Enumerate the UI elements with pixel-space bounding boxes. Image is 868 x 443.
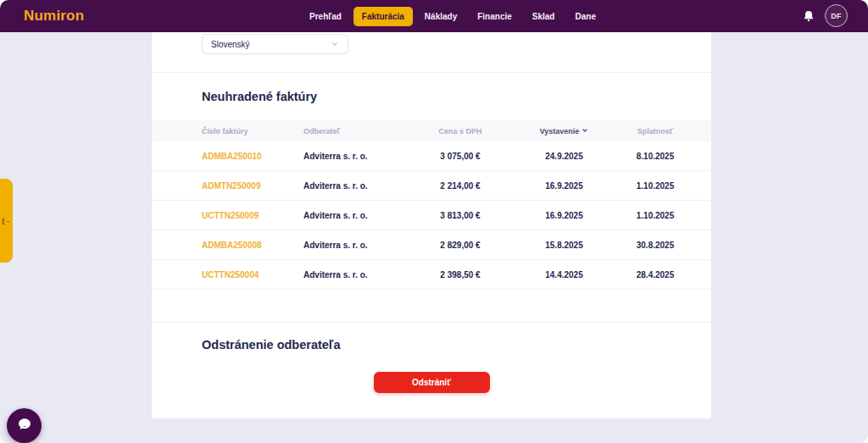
column-header-customer: Odberateľ xyxy=(303,127,401,136)
issued-date-cell: 16.9.2025 xyxy=(520,181,609,191)
due-date-cell: 1.10.2025 xyxy=(609,211,702,220)
top-navigation-bar: Numiron PrehľadFakturáciaNákladyFinancie… xyxy=(0,0,868,32)
due-date-cell: 30.8.2025 xyxy=(609,241,702,250)
chat-bubble-icon xyxy=(16,416,33,435)
customer-cell: Adviterra s. r. o. xyxy=(303,270,401,280)
table-row: UCTTN250009Adviterra s. r. o.3 813,00 €1… xyxy=(152,201,711,230)
section-divider xyxy=(152,322,711,323)
issued-date-cell: 24.9.2025 xyxy=(520,152,609,161)
table-row: ADMBA250010Adviterra s. r. o.3 075,00 €2… xyxy=(152,141,711,171)
invoice-number-cell: UCTTN250004 xyxy=(202,270,303,280)
invoice-number-cell: ADMTN250009 xyxy=(202,181,303,191)
invoice-table-header: Číslo faktúry Odberateľ Cena s DPH Vysta… xyxy=(152,120,711,141)
language-select-value: Slovenský xyxy=(211,40,250,49)
chat-widget-button[interactable] xyxy=(7,408,42,443)
invoice-link[interactable]: UCTTN250009 xyxy=(202,211,259,220)
customer-cell: Adviterra s. r. o. xyxy=(303,211,401,220)
invoice-link[interactable]: UCTTN250004 xyxy=(202,270,259,280)
nav-item-dane[interactable]: Dane xyxy=(566,7,604,26)
customer-removal-title: Odstránenie odberateľa xyxy=(202,338,711,352)
column-header-issued-label: Vystavenie xyxy=(540,127,580,136)
user-avatar[interactable]: DF xyxy=(825,4,848,27)
sort-chevron-down-icon xyxy=(581,127,588,136)
unpaid-invoices-title: Neuhradené faktúry xyxy=(202,90,711,103)
content-card: Slovenský Neuhradené faktúry Číslo faktú… xyxy=(152,32,711,418)
language-select[interactable]: Slovenský xyxy=(202,34,348,54)
invoice-number-cell: ADMBA250010 xyxy=(202,152,303,161)
issued-date-cell: 14.4.2025 xyxy=(520,270,609,280)
invoice-link[interactable]: ADMBA250010 xyxy=(202,152,262,161)
price-cell: 2 398,50 € xyxy=(401,270,520,280)
nav-item-sklad[interactable]: Sklad xyxy=(524,7,564,26)
customer-cell: Adviterra s. r. o. xyxy=(303,241,401,250)
invoice-link[interactable]: ADMBA250008 xyxy=(202,241,262,250)
customer-cell: Adviterra s. r. o. xyxy=(303,152,401,161)
column-header-invoice-number: Číslo faktúry xyxy=(202,127,303,136)
price-cell: 3 813,00 € xyxy=(401,211,520,220)
column-header-due: Splatnosť xyxy=(609,127,702,136)
invoice-table-body: ADMBA250010Adviterra s. r. o.3 075,00 €2… xyxy=(152,141,711,290)
column-header-issued-sort[interactable]: Vystavenie xyxy=(520,127,609,136)
invoice-number-cell: ADMBA250008 xyxy=(202,241,303,250)
nav-item-naklady[interactable]: Náklady xyxy=(416,7,465,26)
invoice-link[interactable]: ADMTN250009 xyxy=(202,181,260,191)
notifications-button[interactable] xyxy=(802,9,815,23)
app-window: Numiron PrehľadFakturáciaNákladyFinancie… xyxy=(0,0,868,443)
customer-cell: Adviterra s. r. o. xyxy=(303,181,401,191)
table-row: UCTTN250004Adviterra s. r. o.2 398,50 €1… xyxy=(152,260,711,290)
main-nav: PrehľadFakturáciaNákladyFinancieSkladDan… xyxy=(301,0,604,32)
table-row: ADMBA250008Adviterra s. r. o.2 829,00 €1… xyxy=(152,230,711,260)
collapse-panel-icon: [→ xyxy=(3,218,10,224)
table-row: ADMTN250009Adviterra s. r. o.2 214,00 €1… xyxy=(152,171,711,201)
chevron-down-icon xyxy=(331,36,339,52)
section-divider xyxy=(152,72,711,73)
price-cell: 2 214,00 € xyxy=(401,181,520,191)
delete-customer-button[interactable]: Odstrániť xyxy=(374,372,490,393)
nav-item-prehlad[interactable]: Prehľad xyxy=(301,7,350,26)
nav-item-fakturacia[interactable]: Fakturácia xyxy=(353,7,413,26)
invoice-number-cell: UCTTN250009 xyxy=(202,211,303,220)
nav-item-financie[interactable]: Financie xyxy=(469,7,520,26)
language-select-row: Slovenský xyxy=(152,32,711,54)
due-date-cell: 8.10.2025 xyxy=(609,152,702,161)
due-date-cell: 1.10.2025 xyxy=(609,181,702,191)
issued-date-cell: 16.9.2025 xyxy=(520,211,609,220)
column-header-price: Cena s DPH xyxy=(401,127,520,136)
issued-date-cell: 15.8.2025 xyxy=(520,241,609,250)
side-panel-toggle[interactable]: [→ xyxy=(0,179,13,263)
due-date-cell: 28.4.2025 xyxy=(609,270,702,280)
price-cell: 3 075,00 € xyxy=(401,152,520,161)
app-logo: Numiron xyxy=(24,8,84,25)
price-cell: 2 829,00 € xyxy=(401,241,520,250)
bell-icon xyxy=(802,13,815,25)
